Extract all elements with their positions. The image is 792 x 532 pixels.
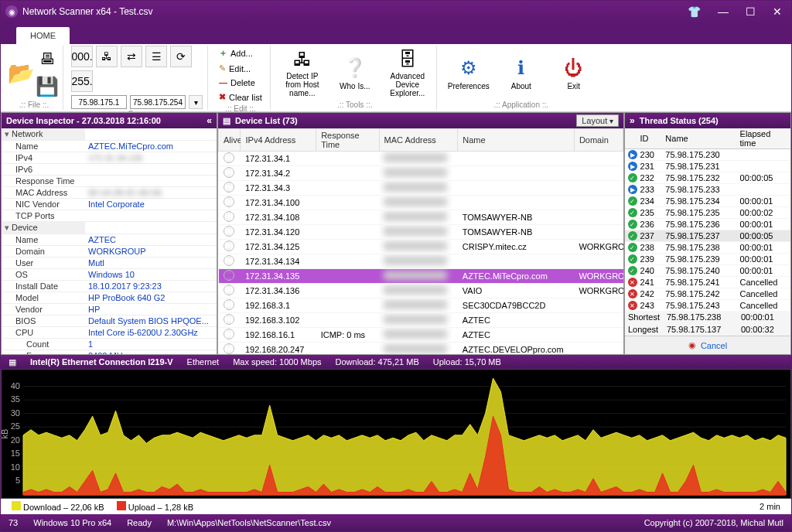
ip-to-field[interactable] <box>130 95 186 109</box>
thread-row[interactable]: ✓23275.98.175.23200:00:05 <box>625 172 790 184</box>
device-list-panel: ▤ Device List (73) Layout ▾ AliveIPv4 Ad… <box>217 112 624 355</box>
thread-row[interactable]: ✕24175.98.175.241Cancelled <box>625 277 790 288</box>
prop-row[interactable]: TCP Ports <box>2 210 217 222</box>
edit-button[interactable]: ✎Edit... <box>216 62 265 75</box>
prop-row[interactable]: BIOSDefault System BIOS HPQOE... <box>2 315 217 327</box>
thread-row[interactable]: ✓23775.98.175.23700:00:05 <box>625 230 790 242</box>
shirt-icon[interactable]: 👕 <box>683 4 705 19</box>
prop-row[interactable]: Count1 <box>2 339 217 350</box>
prop-row[interactable]: DomainWORKGROUP <box>2 246 217 257</box>
prop-row[interactable]: NIC VendorIntel Corporate <box>2 199 217 210</box>
thread-row[interactable]: ▶23375.98.175.233 <box>625 184 790 196</box>
table-row[interactable]: 172.31.34.2 <box>219 166 623 181</box>
prop-row[interactable]: OSWindows 10 <box>2 269 217 281</box>
prop-row[interactable]: NameAZTEC <box>2 234 217 246</box>
thread-row[interactable]: ▶23175.98.175.231 <box>625 161 790 172</box>
scan-devices-icon[interactable]: ⇄ <box>121 46 142 67</box>
device-list-table[interactable]: AliveIPv4 AddressResponse TimeMAC Addres… <box>218 128 623 354</box>
thread-row[interactable]: ✕24375.98.175.243Cancelled <box>625 300 790 311</box>
thread-row[interactable]: ✓23875.98.175.23800:00:01 <box>625 242 790 254</box>
ip-range-icon[interactable]: 000. <box>71 46 93 67</box>
device-col[interactable]: Domain <box>574 129 623 152</box>
layout-button[interactable]: Layout ▾ <box>576 114 619 127</box>
device-col[interactable]: Response Time <box>316 129 379 152</box>
close-button[interactable]: ✕ <box>768 4 787 19</box>
prop-row[interactable]: ModelHP ProBook 640 G2 <box>2 292 217 304</box>
table-row[interactable]: 172.31.34.136VAIOWORKGRO <box>219 284 623 298</box>
clear-list-button[interactable]: ✖Clear list <box>216 90 265 104</box>
thread-row[interactable]: ✓24075.98.175.24000:00:01 <box>625 265 790 277</box>
table-row[interactable]: 172.31.34.135AZTEC.MiTeCpro.comWORKGRO <box>219 269 623 284</box>
prop-category[interactable]: Network <box>2 128 85 140</box>
thread-row[interactable]: ✓23675.98.175.23600:00:01 <box>625 219 790 230</box>
device-col[interactable]: Alive <box>219 129 241 152</box>
table-row[interactable]: 172.31.34.100 <box>219 196 623 210</box>
thread-row[interactable]: ✓23975.98.175.23900:00:01 <box>625 254 790 265</box>
status-bar: 73 Windows 10 Pro x64 Ready M:\Win\Apps\… <box>1 514 791 531</box>
scan-refresh-icon[interactable]: ⟳ <box>170 46 192 67</box>
thread-status-icon: ✓ <box>628 220 637 229</box>
device-col[interactable]: MAC Address <box>379 129 458 152</box>
collapse-threads-button[interactable]: » <box>630 115 635 126</box>
table-row[interactable]: 192.168.20.247AZTEC.DEVELOPpro.com <box>219 343 623 355</box>
preferences-button[interactable]: ⚙Preferences <box>445 48 493 97</box>
tab-home[interactable]: HOME <box>16 27 70 44</box>
legend-range: 2 min <box>760 502 780 511</box>
thread-row[interactable]: ✓23475.98.175.23400:00:01 <box>625 196 790 207</box>
thread-row[interactable]: ✕24275.98.175.242Cancelled <box>625 288 790 300</box>
col-name[interactable]: Name <box>665 134 736 143</box>
device-explorer-button[interactable]: 🗄Advanced Device Explorer... <box>384 48 432 97</box>
prop-row[interactable]: MAC Address00:1A:2B:3C:4D:5E <box>2 187 217 199</box>
scan-network-icon[interactable]: 🖧 <box>96 46 118 67</box>
table-row[interactable]: 172.31.34.134 <box>219 254 623 269</box>
table-row[interactable]: 192.168.3.1SEC30CDA79BCC2D <box>219 298 623 313</box>
prop-row[interactable]: IPv6 <box>2 164 217 176</box>
about-button[interactable]: ℹAbout <box>497 48 545 97</box>
ip-add-button[interactable]: ▾ <box>189 95 203 109</box>
legend-download: Download – 22,06 kB <box>23 503 104 512</box>
add-button[interactable]: ＋Add... <box>216 46 265 60</box>
scan-list-icon[interactable]: ☰ <box>145 46 167 67</box>
table-row[interactable]: 192.168.3.102AZTEC <box>219 313 623 328</box>
thread-row[interactable]: ▶23075.98.175.230 <box>625 149 790 161</box>
collapse-inspector-button[interactable]: « <box>207 115 212 126</box>
table-row[interactable]: 172.31.34.3 <box>219 181 623 196</box>
adapter-name: Intel(R) Ethernet Connection I219-V <box>30 357 173 367</box>
thread-status-icon: ▶ <box>628 185 637 194</box>
prop-row[interactable]: NameAZTEC.MiTeCpro.com <box>2 141 217 152</box>
table-row[interactable]: 172.31.34.1 <box>219 152 623 166</box>
prop-row[interactable]: VendorHP <box>2 304 217 315</box>
whois-button[interactable]: ❔Who Is... <box>331 48 379 97</box>
table-row[interactable]: 172.31.34.120TOMSAWYER-NB <box>219 225 623 240</box>
ip-from-field[interactable] <box>71 95 127 109</box>
device-col[interactable]: Name <box>458 129 575 152</box>
minimize-button[interactable]: — <box>713 4 733 19</box>
save-button[interactable]: 💾 <box>36 76 58 97</box>
prop-row[interactable]: CPUIntel Core i5-6200U 2.30GHz <box>2 327 217 339</box>
prop-row[interactable]: UserMutl <box>2 257 217 269</box>
maximize-button[interactable]: ☐ <box>741 4 760 19</box>
thread-row[interactable]: ✓23575.98.175.23500:00:02 <box>625 207 790 219</box>
prop-row[interactable]: IPv4172.31.34.135 <box>2 152 217 164</box>
prop-row[interactable]: Response Time <box>2 176 217 187</box>
col-elapsed[interactable]: Elapsed time <box>740 129 787 148</box>
prop-row[interactable]: Frequency2400 MHz <box>2 350 217 354</box>
table-row[interactable]: 172.31.34.108TOMSAWYER-NB <box>219 210 623 225</box>
print-button[interactable]: 🖶 <box>36 48 58 70</box>
explorer-icon: 🗄 <box>395 49 420 70</box>
exit-button[interactable]: ⏻Exit <box>550 48 598 97</box>
open-file-button[interactable]: 📂 <box>10 62 32 84</box>
prop-row[interactable]: Install Date18.10.2017 9:23:23 <box>2 281 217 292</box>
ip-single-icon[interactable]: 255. <box>71 70 93 92</box>
thread-status-panel: »Thread Status (254) ID Name Elapsed tim… <box>624 112 791 355</box>
table-row[interactable]: 172.31.34.125CRISPY.mitec.czWORKGRO <box>219 240 623 254</box>
cancel-button[interactable]: ◉Cancel <box>625 336 790 354</box>
prop-category[interactable]: Device <box>2 222 85 234</box>
detect-ip-button[interactable]: 🖧Detect IP from Host name... <box>278 48 326 97</box>
mac-blurred <box>384 197 447 206</box>
delete-button[interactable]: —Delete <box>216 77 265 89</box>
col-id[interactable]: ID <box>640 134 663 143</box>
thread-status-icon: ✓ <box>628 208 637 217</box>
device-col[interactable]: IPv4 Address <box>241 129 316 152</box>
table-row[interactable]: 192.168.16.1ICMP: 0 msAZTEC <box>219 328 623 343</box>
